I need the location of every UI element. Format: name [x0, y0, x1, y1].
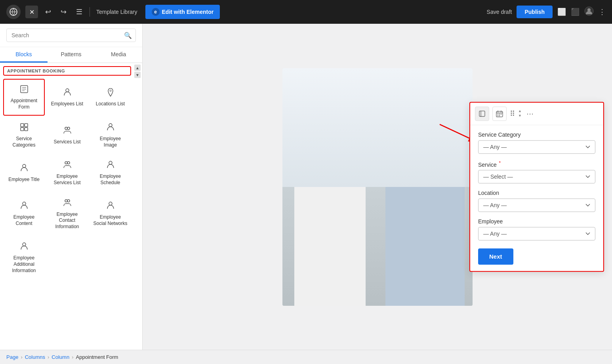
breadcrumb-column[interactable]: Column	[51, 354, 69, 360]
form-body: Service Category — Any — Service * — Sel…	[470, 125, 603, 271]
block-item-employee-additional[interactable]: Employee Additional Information	[3, 236, 45, 279]
employee-title-icon	[19, 163, 29, 174]
svg-point-19	[109, 161, 112, 164]
panel-tb-calendar-icon[interactable]	[492, 107, 507, 121]
svg-rect-35	[498, 115, 498, 116]
breadcrumb-current: Appointment Form	[76, 354, 118, 360]
scroll-up-arrow[interactable]: ▲	[134, 65, 141, 71]
block-item-services-list[interactable]: Services List	[46, 117, 88, 153]
svg-point-20	[23, 202, 26, 205]
service-category-group: Service Category — Any —	[478, 131, 595, 154]
breadcrumb-page[interactable]: Page	[6, 354, 18, 360]
close-button[interactable]: ✕	[25, 6, 38, 18]
svg-point-18	[67, 162, 70, 164]
tab-blocks[interactable]: Blocks	[0, 47, 48, 63]
block-item-employee-social[interactable]: Employee Social Networks	[90, 193, 131, 235]
block-label: Locations List	[96, 101, 125, 107]
block-item-employee-schedule[interactable]: Employee Schedule	[90, 155, 131, 191]
svg-rect-34	[501, 114, 501, 114]
panel-tb-grid-icon[interactable]: ⠿	[510, 109, 515, 118]
wp-logo	[6, 5, 21, 19]
preview-icon[interactable]: ⬜	[557, 8, 566, 16]
topbar-right: Save draft Publish ⬜ ⬛ ⋮	[487, 6, 606, 18]
block-label: Employee Title	[8, 177, 40, 183]
tab-media[interactable]: Media	[95, 47, 142, 63]
block-label: Service Categories	[7, 136, 41, 148]
service-label: Service *	[478, 160, 595, 168]
save-draft-button[interactable]: Save draft	[487, 9, 512, 15]
block-item-employee-services-list[interactable]: Employee Services List	[46, 155, 88, 191]
svg-rect-11	[21, 128, 24, 131]
employee-label: Employee	[478, 218, 595, 225]
employee-schedule-icon	[106, 160, 115, 171]
elementor-e-icon: e	[152, 8, 160, 16]
sidebar-tabs: Blocks Patterns Media	[0, 47, 142, 63]
block-label: Employees List	[51, 101, 83, 107]
block-item-locations-list[interactable]: Locations List	[90, 79, 131, 116]
panel-tb-arrows[interactable]: ▲ ▼	[518, 109, 522, 118]
more-options-icon[interactable]: ⋮	[599, 8, 606, 16]
svg-point-15	[109, 124, 112, 127]
service-category-select[interactable]: — Any —	[478, 140, 595, 154]
panel-tb-more-icon[interactable]: ⋯	[526, 109, 534, 118]
svg-rect-36	[499, 115, 500, 116]
edit-elementor-button[interactable]: e Edit with Elementor	[145, 5, 220, 19]
block-item-employee-title[interactable]: Employee Title	[3, 155, 45, 191]
location-group: Location — Any —	[478, 190, 595, 212]
block-item-appointment-form[interactable]: Appointment Form	[3, 79, 45, 116]
breadcrumb-sep-2: ›	[48, 354, 49, 360]
panel-icon[interactable]: ⬛	[571, 8, 580, 16]
employee-select[interactable]: — Any —	[478, 227, 595, 240]
block-label: Services List	[53, 139, 80, 145]
search-input[interactable]	[6, 29, 136, 42]
employee-social-icon	[106, 201, 115, 212]
breadcrumb-sep-1: ›	[21, 354, 22, 360]
block-item-employee-content[interactable]: Employee Content	[3, 193, 45, 235]
block-item-service-categories[interactable]: Service Categories	[3, 117, 45, 153]
panel-toolbar: ⠿ ▲ ▼ ⋯	[470, 103, 603, 125]
publish-button[interactable]: Publish	[517, 6, 553, 18]
preview-image-container	[282, 68, 473, 306]
next-button[interactable]: Next	[478, 248, 513, 265]
breadcrumb-sep-3: ›	[72, 354, 73, 360]
location-select[interactable]: — Any —	[478, 198, 595, 212]
template-library-label: Template Library	[96, 9, 137, 15]
svg-point-24	[23, 243, 26, 246]
block-label: Employee Schedule	[93, 173, 128, 186]
main: 🔍 Blocks Patterns Media ▲ ▼ APPOINTMENT …	[0, 24, 612, 350]
svg-point-17	[65, 162, 67, 164]
employee-contact-icon	[63, 198, 72, 209]
tab-patterns[interactable]: Patterns	[48, 47, 95, 63]
service-category-label: Service Category	[478, 131, 595, 138]
undo-button[interactable]: ↩	[43, 6, 53, 18]
menu-button[interactable]: ☰	[74, 6, 85, 18]
block-item-employees-list[interactable]: Employees List	[46, 79, 88, 116]
breadcrumb-columns[interactable]: Columns	[25, 354, 45, 360]
service-categories-icon	[19, 122, 29, 133]
service-select[interactable]: — Select —	[478, 170, 595, 183]
block-label: Employee Services List	[50, 173, 84, 186]
svg-point-23	[109, 202, 112, 205]
redo-button[interactable]: ↪	[58, 6, 69, 18]
employees-list-icon	[63, 88, 72, 99]
block-label: Employee Additional Information	[7, 255, 41, 274]
block-grid: Appointment Form Employees List	[3, 79, 131, 279]
avatar-icon[interactable]	[584, 6, 594, 18]
employee-image-icon	[106, 122, 115, 133]
panel-tb-sidebar-icon[interactable]	[475, 107, 489, 121]
block-item-employee-image[interactable]: Employee Image	[90, 117, 131, 153]
block-category-label: APPOINTMENT BOOKING	[7, 69, 127, 73]
appointment-panel: ⠿ ▲ ▼ ⋯ Service Category — Any —	[469, 102, 604, 272]
sidebar: 🔍 Blocks Patterns Media ▲ ▼ APPOINTMENT …	[0, 24, 143, 350]
content-area: ⠿ ▲ ▼ ⋯ Service Category — Any —	[143, 24, 612, 350]
block-label: Employee Content	[7, 214, 41, 227]
service-group: Service * — Select —	[478, 160, 595, 184]
sidebar-search-area: 🔍	[0, 24, 142, 47]
block-item-employee-contact[interactable]: Employee Contact Information	[46, 193, 88, 235]
topbar: ✕ ↩ ↪ ☰ Template Library e Edit with Ele…	[0, 0, 612, 24]
svg-point-21	[65, 200, 67, 202]
breadcrumb: Page › Columns › Column › Appointment Fo…	[0, 350, 612, 364]
scroll-down-arrow[interactable]: ▼	[134, 72, 141, 78]
block-label: Employee Social Networks	[93, 214, 128, 227]
employee-content-icon	[19, 201, 29, 212]
